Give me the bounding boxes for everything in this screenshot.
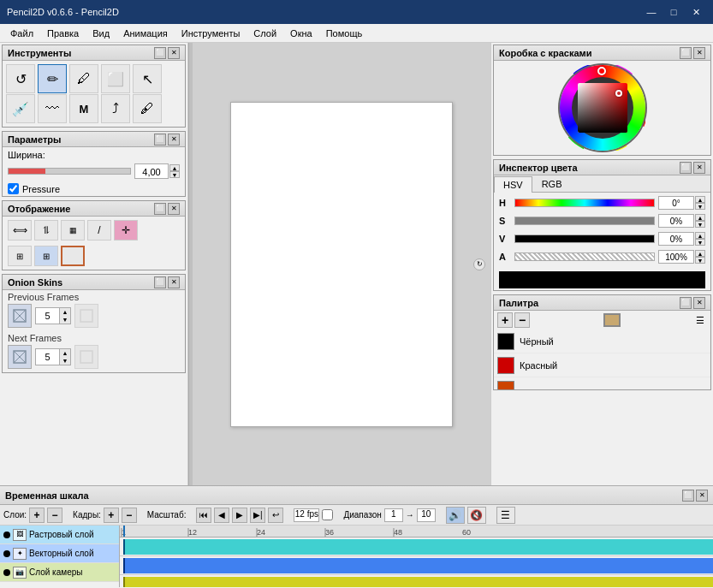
sv-square[interactable] [578, 83, 627, 133]
display-overlay[interactable]: ✛ [114, 220, 138, 241]
palette-swatch[interactable] [603, 313, 621, 327]
width-down-btn[interactable]: ▼ [169, 171, 180, 178]
play-next-btn[interactable]: ▶| [250, 508, 265, 523]
tool-pen[interactable]: 🖊 [69, 64, 98, 93]
close-button[interactable]: ✕ [686, 3, 706, 21]
ci-a-down[interactable]: ▼ [695, 257, 705, 264]
color-wheel-container[interactable] [560, 65, 645, 151]
ci-v-down[interactable]: ▼ [695, 239, 705, 246]
ci-a-up[interactable]: ▲ [695, 250, 705, 257]
tool-smear[interactable]: 〰 [38, 94, 67, 123]
ci-s-up[interactable]: ▲ [695, 214, 705, 221]
layer-row-camera[interactable]: 📷 Слой камеры [0, 563, 119, 582]
menu-view[interactable]: Вид [86, 27, 116, 40]
timeline-options-btn[interactable]: ☰ [496, 507, 515, 524]
timeline-close-btn[interactable]: ✕ [696, 490, 708, 502]
tool-select[interactable]: ⬜ [101, 64, 130, 93]
palette-restore-btn[interactable]: ⬜ [680, 297, 692, 309]
ci-v-slider[interactable] [514, 235, 655, 243]
tool-undo[interactable]: ↺ [6, 64, 35, 93]
menu-layer[interactable]: Слой [247, 27, 283, 40]
palette-row-black[interactable]: Чёрный [494, 330, 710, 353]
canvas-rotate-indicator[interactable]: ↻ [473, 258, 485, 270]
menu-animation[interactable]: Анимация [116, 27, 175, 40]
play-loop-btn[interactable]: ↩ [268, 508, 283, 523]
palette-remove-btn[interactable]: − [514, 312, 530, 328]
ci-s-slider[interactable] [514, 217, 655, 225]
display-grid-2[interactable]: ⊞ [8, 246, 32, 266]
canvas-paper[interactable]: ↻ [230, 102, 453, 427]
sv-cursor[interactable] [615, 90, 622, 97]
canvas-area[interactable]: ↻ [193, 43, 490, 485]
onion-restore-btn[interactable]: ⬜ [154, 276, 166, 288]
color-box-restore-btn[interactable]: ⬜ [680, 47, 692, 59]
ci-h-value[interactable]: 0° [658, 196, 694, 210]
ci-a-slider[interactable] [514, 252, 655, 261]
color-ring[interactable] [560, 65, 645, 151]
params-close-btn[interactable]: ✕ [168, 134, 180, 146]
timeline-restore-btn[interactable]: ⬜ [682, 490, 694, 502]
ring-cursor[interactable] [597, 67, 606, 75]
ci-h-down[interactable]: ▼ [695, 203, 705, 210]
display-grid-3[interactable]: ⊞ [34, 246, 58, 266]
display-frame[interactable] [61, 246, 85, 266]
tool-pencil[interactable]: ✏ [38, 64, 67, 93]
range-start[interactable]: 1 [384, 508, 403, 522]
ci-h-up[interactable]: ▲ [695, 196, 705, 203]
width-value[interactable]: 4,00 [134, 163, 169, 179]
ci-s-down[interactable]: ▼ [695, 221, 705, 228]
tools-panel-restore-btn[interactable]: ⬜ [154, 47, 166, 59]
tab-hsv[interactable]: HSV [494, 176, 532, 193]
tool-eyedrop[interactable]: 💉 [6, 94, 35, 123]
display-ruler[interactable]: / [87, 220, 111, 241]
maximize-button[interactable]: □ [663, 3, 684, 21]
play-prev-btn[interactable]: ◀ [214, 508, 229, 523]
params-restore-btn[interactable]: ⬜ [154, 134, 166, 146]
width-up-btn[interactable]: ▲ [169, 164, 180, 171]
ci-v-up[interactable]: ▲ [695, 232, 705, 239]
fps-checkbox[interactable] [322, 509, 333, 520]
ci-v-value[interactable]: 0% [658, 232, 694, 246]
palette-row-extra[interactable] [494, 377, 710, 389]
color-wheel-area[interactable] [494, 61, 710, 155]
remove-frame-btn[interactable]: − [122, 508, 137, 523]
ci-h-slider[interactable] [514, 199, 655, 207]
menu-help[interactable]: Помощь [319, 27, 370, 40]
playhead[interactable] [123, 526, 125, 537]
ci-a-value[interactable]: 100% [658, 250, 694, 264]
tool-move[interactable]: ↖ [133, 64, 162, 93]
play-start-btn[interactable]: ⏮ [196, 508, 211, 523]
tools-panel-close-btn[interactable]: ✕ [168, 47, 180, 59]
display-grid[interactable]: ▦ [61, 220, 85, 241]
tool-polyline[interactable]: ⤴ [101, 94, 130, 123]
play-btn[interactable]: ▶ [232, 508, 247, 523]
ci-s-value[interactable]: 0% [658, 214, 694, 228]
tab-rgb[interactable]: RGB [532, 175, 572, 192]
mute-btn[interactable]: 🔇 [467, 507, 486, 524]
layer-row-raster[interactable]: 🖼 Растровый слой [0, 526, 119, 544]
palette-row-red[interactable]: Красный [494, 353, 710, 377]
width-slider[interactable] [8, 168, 131, 175]
onion-next-up[interactable]: ▲ [60, 349, 70, 357]
palette-add-btn[interactable]: + [497, 312, 513, 328]
range-end[interactable]: 10 [417, 508, 436, 522]
add-layer-btn[interactable]: + [29, 508, 45, 523]
color-inspector-close-btn[interactable]: ✕ [693, 162, 705, 174]
display-restore-btn[interactable]: ⬜ [154, 203, 166, 215]
color-inspector-restore-btn[interactable]: ⬜ [680, 162, 692, 174]
remove-layer-btn[interactable]: − [47, 508, 62, 523]
onion-prev-value[interactable]: 5 [36, 308, 60, 324]
fps-value[interactable]: 12 fps [294, 508, 319, 522]
color-box-close-btn[interactable]: ✕ [693, 47, 705, 59]
display-close-btn[interactable]: ✕ [168, 203, 180, 215]
add-frame-btn[interactable]: + [104, 508, 119, 523]
onion-next-down[interactable]: ▼ [60, 357, 70, 365]
palette-menu-btn[interactable]: ☰ [693, 313, 707, 327]
tool-fill[interactable]: 🖋 [133, 94, 162, 123]
menu-file[interactable]: Файл [3, 27, 40, 40]
pressure-checkbox[interactable] [8, 183, 19, 194]
onion-prev-up[interactable]: ▲ [60, 308, 70, 316]
display-flip-h[interactable]: ⟺ [8, 220, 32, 241]
sound-btn[interactable]: 🔊 [446, 507, 465, 524]
menu-edit[interactable]: Правка [40, 27, 86, 40]
